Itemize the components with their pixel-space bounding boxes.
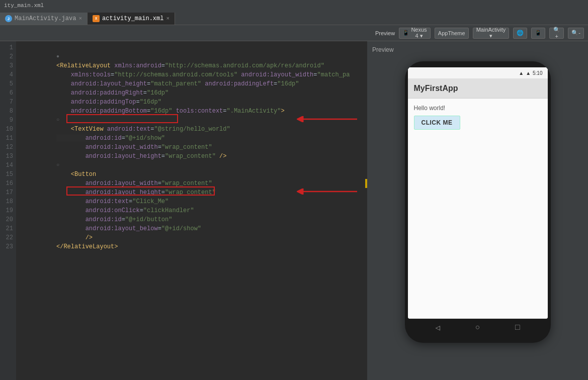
status-icons: ▲ ▲ 5:10	[519, 70, 542, 76]
nexus-btn[interactable]: 📱 Nexus 4 ▾	[399, 28, 431, 39]
preview-toolbar-label: Preview	[375, 30, 395, 36]
code-line-22: </RelativeLayout>	[20, 233, 367, 242]
editor-area[interactable]: 1234 5678 9101112 13141516 17181920 2122…	[0, 41, 367, 380]
main-toolbar: Preview 📱 Nexus 4 ▾ AppTheme MainActivit…	[0, 25, 588, 41]
code-line-8: ○ <TextView android:text="@string/hello_…	[20, 107, 367, 116]
app-toolbar: MyFirstApp	[408, 78, 548, 99]
code-line-20: />	[20, 215, 367, 224]
mainactivity-label: MainActivity ▾	[476, 27, 506, 39]
title-bar: ity_main.xml	[0, 0, 588, 11]
back-icon[interactable]: ◁	[435, 323, 440, 333]
tab-java-close[interactable]: ×	[78, 16, 82, 22]
preview-panel: Preview ▲ ▲ 5:10 MyFirstApp Hell	[367, 41, 588, 380]
tab-bar: J MainActivity.java × X activity_main.xm…	[0, 11, 588, 25]
code-line-21	[20, 224, 367, 233]
code-line-11: android:layout_height="wrap_content" />	[20, 134, 367, 143]
code-line-4: android:paddingRight="16dp"	[20, 70, 367, 79]
zoom-in-btn[interactable]: 🔍+	[549, 28, 564, 39]
preview-title: Preview	[372, 46, 394, 53]
code-line-13: ○ <Button	[20, 152, 367, 161]
code-line-19: android:layout_below="@+id/show"	[20, 206, 367, 215]
tab-xml-label: activity_main.xml	[102, 15, 163, 22]
apptheme-btn[interactable]: AppTheme	[435, 28, 469, 39]
click-me-button[interactable]: CLICK ME	[414, 116, 460, 130]
phone-mockup: ▲ ▲ 5:10 MyFirstApp Hello world! CLICK M…	[405, 61, 551, 343]
status-bar: ▲ ▲ 5:10	[408, 67, 548, 78]
phone-screen: ▲ ▲ 5:10 MyFirstApp Hello world! CLICK M…	[408, 67, 548, 319]
status-time: 5:10	[533, 70, 542, 76]
device-btn[interactable]: 📱	[531, 28, 545, 39]
app-content: Hello world! CLICK ME	[408, 99, 548, 319]
tab-java-label: MainActivity.java	[15, 15, 76, 22]
phone-nav: ◁ ○ □	[408, 319, 548, 337]
locale-btn[interactable]: 🌐	[513, 28, 527, 39]
tab-xml[interactable]: X activity_main.xml ×	[88, 13, 175, 25]
code-line-6: android:paddingBottom="16dp" tools:conte…	[20, 88, 367, 98]
xml-icon: X	[93, 15, 100, 22]
line-numbers: 1234 5678 9101112 13141516 17181920 2122…	[0, 41, 16, 380]
mainactivity-btn[interactable]: MainActivity ▾	[473, 28, 510, 39]
code-line-12	[20, 143, 367, 152]
code-line-16: android:text="Click_Me"	[20, 179, 367, 188]
recent-icon[interactable]: □	[515, 323, 520, 332]
code-line-17: android:onClick="clickHandler"	[20, 188, 367, 197]
code-line-15: android:layout_height="wrap_content"	[20, 170, 367, 179]
home-icon[interactable]: ○	[475, 323, 480, 332]
nexus-label: Nexus 4 ▾	[411, 27, 427, 39]
code-line-2: xmlns:tools="http://schemas.android.com/…	[20, 52, 367, 61]
wifi-icon: ▲	[519, 70, 524, 76]
code-line-7	[20, 98, 367, 107]
java-icon: J	[5, 15, 12, 22]
code-view: 1234 5678 9101112 13141516 17181920 2122…	[0, 41, 367, 380]
code-line-14: android:layout_width="wrap_content"	[20, 161, 367, 170]
code-line-23	[20, 242, 367, 251]
code-line-5: android:paddingTop="16dp"	[20, 79, 367, 88]
code-line-3: android:layout_height="match_parent" and…	[20, 61, 367, 70]
nexus-icon: 📱	[402, 30, 409, 36]
title-text: ity_main.xml	[4, 3, 44, 9]
zoom-out-btn[interactable]: 🔍-	[568, 28, 584, 39]
hello-world-text: Hello world!	[414, 105, 542, 112]
code-line-1: ● <RelativeLayout xmlns:android="http://…	[20, 43, 367, 52]
apptheme-label: AppTheme	[438, 30, 465, 36]
code-content[interactable]: ● <RelativeLayout xmlns:android="http://…	[16, 41, 367, 380]
code-line-10: android:layout_width="wrap_content"	[20, 125, 367, 134]
main-layout: 1234 5678 9101112 13141516 17181920 2122…	[0, 41, 588, 380]
signal-icon: ▲	[526, 70, 531, 76]
code-line-18: android:id="@+id/button"	[20, 197, 367, 206]
tab-java[interactable]: J MainActivity.java ×	[0, 13, 88, 25]
tab-xml-close[interactable]: ×	[166, 16, 170, 22]
code-line-9: android:id="@+id/show"	[20, 116, 367, 125]
app-title: MyFirstApp	[414, 84, 458, 93]
